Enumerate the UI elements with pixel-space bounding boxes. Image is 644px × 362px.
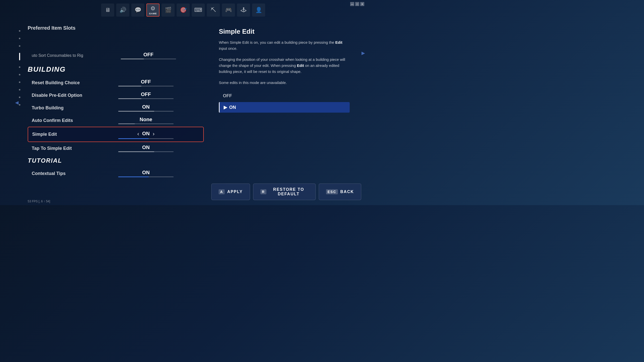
scroll-dot-4 xyxy=(19,66,20,68)
desc1-text: When Simple Edit is on, you can edit a b… xyxy=(219,40,335,44)
nav-icon-account[interactable]: 👤 xyxy=(252,4,265,17)
restore-button[interactable]: R RESTORE TO DEFAULT xyxy=(253,184,316,200)
value-tap-simple: ON xyxy=(142,145,150,150)
slider-contextual-tips xyxy=(118,176,174,177)
scroll-dot-5 xyxy=(19,74,20,75)
close-btn[interactable]: ✕ xyxy=(360,2,364,6)
slider-auto-confirm xyxy=(118,123,174,124)
nav-icon-aim[interactable]: 🎯 xyxy=(177,4,190,17)
restore-key: R xyxy=(260,189,266,194)
auto-sort-value-area: OFF xyxy=(97,52,200,59)
right-panel-title: Simple Edit xyxy=(219,28,350,35)
setting-row-auto-confirm[interactable]: Auto Confirm EditsNone xyxy=(28,114,204,127)
setting-row-disable-preedit[interactable]: Disable Pre-Edit OptionOFF xyxy=(28,89,204,102)
building-settings-list: Reset Building ChoiceOFFDisable Pre-Edit… xyxy=(28,76,204,155)
desc1-cont: input once. xyxy=(219,46,237,51)
apply-button[interactable]: A APPLY xyxy=(211,184,250,200)
value-turbo-building: ON xyxy=(142,104,150,110)
nav-icon-gamepad[interactable]: 🕹 xyxy=(237,4,250,17)
auto-sort-slider-fill xyxy=(121,59,144,59)
controller-icon: 🎮 xyxy=(225,7,232,13)
desc1-bold: Edit xyxy=(335,40,342,44)
minimize-btn[interactable]: — xyxy=(350,2,354,6)
apply-key: A xyxy=(219,189,225,194)
fps-counter: 53 FPS [, 6 ↑ 54] xyxy=(28,200,50,203)
nav-icon-monitor[interactable]: 🖥 xyxy=(101,4,114,17)
value-area-tap-simple: ON xyxy=(92,145,200,152)
value-disable-preedit: OFF xyxy=(141,92,151,97)
slider-tap-simple xyxy=(118,151,174,152)
keyboard-icon: ⌨ xyxy=(194,7,202,13)
value-simple-edit: ON xyxy=(142,131,150,137)
selected-arrow-icon: ▶ xyxy=(224,105,227,110)
preferred-item-slots-label: Preferred Item Slots xyxy=(28,25,75,31)
building-section-header: BUILDING xyxy=(28,65,204,73)
maximize-btn[interactable]: □ xyxy=(355,2,359,6)
right-panel: Simple Edit When Simple Edit is on, you … xyxy=(211,23,357,119)
account-icon: 👤 xyxy=(255,7,262,13)
chat-icon: 💬 xyxy=(135,7,141,13)
setting-label-simple-edit: Simple Edit xyxy=(32,132,88,137)
restore-label: RESTORE TO DEFAULT xyxy=(269,187,308,196)
nav-icon-build[interactable]: ⛏ xyxy=(207,4,220,17)
desc2-bold: Edit xyxy=(297,63,304,68)
auto-sort-slider xyxy=(121,59,176,59)
setting-row-simple-edit[interactable]: Simple Edit‹ON› xyxy=(28,127,204,142)
nav-icon-video[interactable]: 🎬 xyxy=(162,4,175,17)
slider-reset-building xyxy=(118,86,174,86)
scroll-dot-2 xyxy=(19,45,20,47)
apply-label: APPLY xyxy=(227,190,243,194)
left-arrow-simple-edit[interactable]: ‹ xyxy=(136,130,140,138)
scroll-left-arrow[interactable]: ◀ xyxy=(15,100,19,105)
tutorial-section-header: TUTORIAL xyxy=(28,157,204,164)
value-area-disable-preedit: OFF xyxy=(92,92,200,99)
setting-label-tap-simple: Tap To Simple Edit xyxy=(32,146,87,151)
auto-sort-row[interactable]: uto Sort Consumables to Rig OFF xyxy=(28,50,204,61)
monitor-icon: 🖥 xyxy=(105,7,110,13)
slider-fill-turbo-building xyxy=(118,111,154,112)
option-off[interactable]: OFF xyxy=(219,91,350,101)
right-arrow-simple-edit[interactable]: › xyxy=(152,130,155,138)
slider-fill-contextual-tips xyxy=(118,176,149,177)
setting-row-contextual-tips[interactable]: Contextual TipsON xyxy=(28,167,204,180)
gamepad-icon: 🕹 xyxy=(241,7,246,13)
setting-row-reset-building[interactable]: Reset Building ChoiceOFF xyxy=(28,76,204,89)
nav-icon-keyboard[interactable]: ⌨ xyxy=(192,4,205,17)
back-key: ESC xyxy=(326,189,338,194)
panel-right-arrow[interactable]: ▶ xyxy=(361,50,365,56)
value-contextual-tips: ON xyxy=(142,170,150,175)
scroll-dot-9 xyxy=(19,104,20,106)
nav-icon-game[interactable]: ⚙GAME xyxy=(146,4,159,17)
auto-sort-value: OFF xyxy=(143,52,153,58)
scroll-indicator xyxy=(19,30,20,106)
slider-fill-tap-simple xyxy=(118,151,154,152)
nav-icon-audio[interactable]: 🔊 xyxy=(116,4,129,17)
game-icon: ⚙ xyxy=(150,5,155,12)
setting-label-contextual-tips: Contextual Tips xyxy=(32,171,87,176)
window-controls: — □ ✕ xyxy=(350,2,364,6)
scroll-dot-6 xyxy=(19,81,20,83)
setting-row-tap-simple[interactable]: Tap To Simple EditON xyxy=(28,142,204,155)
setting-label-turbo-building: Turbo Building xyxy=(32,105,87,111)
option-on[interactable]: ▶ON xyxy=(219,102,350,113)
nav-icon-controller[interactable]: 🎮 xyxy=(222,4,235,17)
aim-icon: 🎯 xyxy=(180,7,187,13)
slider-turbo-building xyxy=(118,111,174,112)
right-panel-desc3: Some edits in this mode are unavailable. xyxy=(219,80,350,86)
audio-icon: 🔊 xyxy=(119,7,126,13)
nav-label-game: GAME xyxy=(149,12,157,15)
value-area-auto-confirm: None xyxy=(92,117,200,124)
scroll-dot-1 xyxy=(19,38,20,39)
setting-label-reset-building: Reset Building Choice xyxy=(32,80,87,85)
scroll-dot-0 xyxy=(19,30,20,32)
back-button[interactable]: ESC BACK xyxy=(319,184,361,200)
value-area-turbo-building: ON xyxy=(92,104,200,112)
setting-row-turbo-building[interactable]: Turbo BuildingON xyxy=(28,102,204,114)
scroll-dot-3 xyxy=(19,53,20,60)
video-icon: 🎬 xyxy=(165,7,172,13)
arrows-simple-edit: ‹ON› xyxy=(93,130,199,138)
slider-fill-auto-confirm xyxy=(118,123,135,124)
bottom-bar: A APPLY R RESTORE TO DEFAULT ESC BACK xyxy=(211,184,361,200)
right-panel-desc1: When Simple Edit is on, you can edit a b… xyxy=(219,39,350,52)
nav-icon-chat[interactable]: 💬 xyxy=(131,4,144,17)
